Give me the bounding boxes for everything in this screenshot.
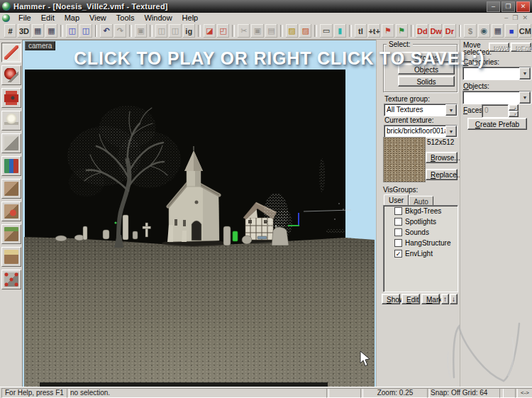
current-texture-select[interactable]: brick/brickfloor001a ▼ (384, 125, 458, 138)
tool-palette (0, 40, 23, 387)
chevron-down-icon[interactable]: ▼ (445, 104, 457, 116)
redo-icon[interactable]: ↷ (114, 24, 126, 38)
menu-help[interactable]: Help (177, 13, 204, 23)
spin-up-button[interactable]: ▲ (509, 104, 519, 111)
to-world-button[interactable]: toWorld (489, 43, 509, 52)
toolbar-separator (280, 25, 283, 37)
texture-scale-lock-icon[interactable]: ▨ (299, 24, 311, 38)
visgroups-show-button[interactable]: Show (382, 294, 400, 304)
checkbox[interactable] (394, 228, 402, 236)
mdi-minimize-button[interactable]: – (504, 14, 508, 21)
menu-map[interactable]: Map (60, 13, 84, 23)
apply-decals-tool-icon[interactable] (1, 201, 21, 221)
create-prefab-button[interactable]: Create Prefab (467, 118, 527, 130)
checkbox[interactable]: ✓ (394, 250, 402, 258)
status-coords (326, 388, 363, 398)
chevron-down-icon[interactable]: ▼ (519, 67, 531, 79)
select-solids-button[interactable]: Solids (398, 76, 455, 87)
flag-red-icon[interactable]: ⚑ (382, 24, 394, 38)
camera-tool-icon[interactable] (1, 88, 21, 108)
texture-group-select[interactable]: All Textures ▼ (384, 104, 458, 116)
apply-current-texture-tool-icon[interactable] (1, 179, 21, 199)
group-icon[interactable]: ▣ (135, 24, 147, 38)
hide-unselected-icon[interactable]: ◫ (169, 24, 181, 38)
model-fade-icon[interactable]: ◉ (478, 24, 490, 38)
texture-application-tool-icon[interactable] (1, 156, 21, 176)
status-snap-grid: Snap: Off Grid: 64 (427, 388, 504, 398)
magnify-tool-icon[interactable] (1, 65, 21, 85)
vertex-tool-icon[interactable] (1, 270, 21, 289)
title-bar[interactable]: Hammer - [Noesis_Ville2.vmf - Textured] … (0, 0, 532, 13)
cordon-icon[interactable]: ▭ (320, 24, 332, 38)
smaller-grid-icon[interactable]: ▦ (32, 24, 44, 38)
visgroup-row[interactable]: Bkgd-Trees (384, 206, 458, 216)
grid-view-icon[interactable]: ▦ (492, 24, 504, 38)
clipping-tool-icon[interactable] (1, 247, 21, 267)
menu-file[interactable]: File (13, 13, 36, 23)
entity-tool-icon[interactable] (1, 111, 21, 131)
grid-3d-icon[interactable]: 3D (18, 24, 30, 38)
cm-icon[interactable]: CM (519, 24, 531, 38)
minimize-button[interactable]: – (487, 1, 500, 12)
checkbox[interactable] (394, 218, 402, 226)
cut-icon[interactable]: ✂ (238, 24, 250, 38)
chevron-down-icon[interactable]: ▼ (519, 92, 531, 104)
save-window-state-icon[interactable]: ◫ (79, 24, 92, 38)
mdi-restore-button[interactable]: ❐ (512, 14, 518, 21)
texture-sidebar: Select: Groups Objects Solids Texture gr… (382, 40, 460, 387)
viewport-type-label[interactable]: camera (25, 41, 55, 50)
auto-select-icon[interactable]: +t+ (368, 24, 380, 38)
status-selection: no selection. (67, 388, 329, 398)
ignore-groups-icon[interactable]: ig (183, 24, 195, 38)
undo-icon[interactable]: ↶ (100, 24, 112, 38)
carve-icon[interactable]: ◪ (204, 24, 216, 38)
toolbar-separator (459, 25, 462, 37)
larger-grid-icon[interactable]: ▦ (45, 24, 57, 38)
visgroups-list[interactable]: Bkgd-Trees Spotlights Sounds HangStructu… (383, 205, 458, 292)
detail-objects-icon[interactable]: $ (464, 24, 476, 38)
browse-button[interactable]: Browse... (426, 152, 458, 163)
hide-selected-icon[interactable]: ◫ (155, 24, 167, 38)
copy-icon[interactable]: ▣ (251, 24, 263, 38)
overlay-tool-icon[interactable] (1, 224, 21, 244)
disp-mask-remove-icon[interactable]: Dr (443, 24, 455, 38)
move-up-arrow-button[interactable]: ↑ (441, 294, 449, 304)
faces-field[interactable]: 0 (482, 104, 509, 118)
checkbox[interactable] (394, 207, 402, 215)
restore-button[interactable]: ❐ (501, 1, 515, 12)
checkbox[interactable] (394, 239, 402, 247)
visgroup-row[interactable]: HangStructure (384, 238, 458, 248)
paste-icon[interactable]: ▤ (265, 24, 277, 38)
menu-edit[interactable]: Edit (36, 13, 60, 23)
menu-tools[interactable]: Tools (111, 13, 140, 23)
disp-mask-draw-icon[interactable]: Dd (416, 24, 428, 38)
visgroups-edit-button[interactable]: Edit (401, 294, 420, 304)
menu-view[interactable]: View (84, 13, 111, 23)
cube-icon[interactable]: ■ (505, 24, 517, 38)
move-down-arrow-button[interactable]: ↓ (450, 294, 458, 304)
replace-button[interactable]: Replace... (426, 169, 458, 180)
selection-tool-icon[interactable] (1, 43, 21, 62)
cordon-edit-icon[interactable]: ▮ (334, 24, 346, 38)
to-entity-button[interactable]: toEntity (511, 43, 531, 52)
objects-select[interactable]: ▼ (462, 91, 531, 104)
visgroup-row[interactable]: Sounds (384, 227, 458, 238)
texture-lock-icon[interactable]: ▨ (286, 24, 298, 38)
select-by-handles-icon[interactable]: tl (355, 24, 367, 38)
spin-down-button[interactable]: ▼ (509, 111, 519, 117)
status-size-grip[interactable]: <-> (515, 388, 532, 398)
visgroup-row[interactable]: Spotlights (384, 216, 458, 227)
menu-window[interactable]: Window (139, 13, 177, 23)
visgroups-mark-button[interactable]: Mark (421, 294, 440, 304)
flag-green-icon[interactable]: ⚑ (396, 24, 408, 38)
camera-viewport[interactable]: camera (23, 40, 376, 387)
make-hollow-icon[interactable]: ◰ (217, 24, 229, 38)
disp-mask-walkable-icon[interactable]: Dw (430, 24, 442, 38)
chevron-down-icon[interactable]: ▼ (445, 126, 457, 137)
snap-to-grid-icon[interactable]: # (4, 24, 16, 38)
load-window-state-icon[interactable]: ◫ (66, 24, 78, 38)
block-tool-icon[interactable] (1, 133, 21, 153)
visgroup-row[interactable]: ✓ EnvLight (384, 248, 458, 259)
mdi-close-button[interactable]: ✕ (522, 14, 528, 21)
close-button[interactable]: ✕ (516, 1, 530, 12)
